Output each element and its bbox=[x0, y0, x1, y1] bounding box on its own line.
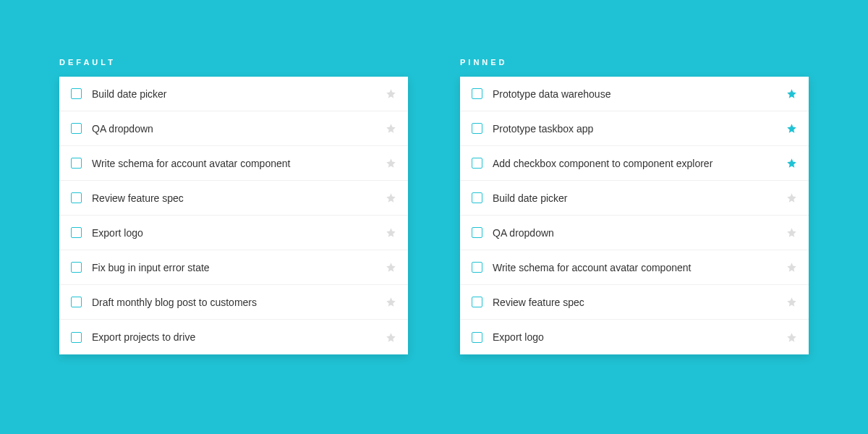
star-icon[interactable] bbox=[386, 123, 396, 134]
star-icon[interactable] bbox=[786, 332, 797, 343]
star-icon[interactable] bbox=[386, 332, 396, 343]
star-icon[interactable] bbox=[386, 158, 396, 169]
task-list-pinned: Prototype data warehouse Prototype taskb… bbox=[460, 77, 809, 354]
checkbox-icon[interactable] bbox=[71, 158, 82, 169]
star-icon[interactable] bbox=[786, 192, 797, 203]
checkbox-icon[interactable] bbox=[472, 227, 482, 238]
checkbox-icon[interactable] bbox=[71, 227, 82, 238]
star-icon[interactable] bbox=[386, 227, 396, 238]
pinned-column: PINNED Prototype data warehouse Prototyp… bbox=[460, 58, 809, 434]
checkbox-icon[interactable] bbox=[71, 88, 82, 99]
star-icon[interactable] bbox=[386, 88, 396, 99]
checkbox-icon[interactable] bbox=[472, 332, 482, 343]
task-label: Draft monthly blog post to customers bbox=[92, 297, 386, 308]
list-item[interactable]: Build date picker bbox=[460, 181, 809, 216]
checkbox-icon[interactable] bbox=[472, 123, 482, 134]
checkbox-icon[interactable] bbox=[71, 192, 82, 203]
list-item[interactable]: Export projects to drive bbox=[59, 320, 408, 354]
task-label: Prototype taskbox app bbox=[493, 123, 786, 135]
checkbox-icon[interactable] bbox=[71, 262, 82, 273]
checkbox-icon[interactable] bbox=[71, 332, 82, 343]
task-label: Write schema for account avatar componen… bbox=[493, 262, 786, 273]
task-label: Build date picker bbox=[92, 88, 386, 100]
star-icon[interactable] bbox=[786, 158, 797, 169]
column-title: DEFAULT bbox=[59, 58, 408, 67]
list-item[interactable]: Review feature spec bbox=[460, 285, 809, 320]
list-item[interactable]: Export logo bbox=[59, 216, 408, 250]
list-item[interactable]: QA dropdown bbox=[460, 216, 809, 250]
task-list-default: Build date picker QA dropdown Write sche… bbox=[59, 77, 408, 354]
checkbox-icon[interactable] bbox=[472, 88, 482, 99]
star-icon[interactable] bbox=[786, 262, 797, 273]
task-label: Review feature spec bbox=[493, 297, 786, 308]
task-label: Write schema for account avatar componen… bbox=[92, 158, 386, 169]
task-label: Fix bug in input error state bbox=[92, 262, 386, 273]
checkbox-icon[interactable] bbox=[71, 297, 82, 307]
task-label: QA dropdown bbox=[92, 123, 386, 135]
star-icon[interactable] bbox=[386, 262, 396, 273]
task-label: Export logo bbox=[92, 227, 386, 239]
task-label: Export projects to drive bbox=[92, 331, 386, 343]
star-icon[interactable] bbox=[786, 297, 797, 307]
list-item[interactable]: Build date picker bbox=[59, 77, 408, 111]
checkbox-icon[interactable] bbox=[71, 123, 82, 134]
default-column: DEFAULT Build date picker QA dropdown Wr… bbox=[59, 58, 408, 434]
star-icon[interactable] bbox=[786, 123, 797, 134]
task-label: Prototype data warehouse bbox=[493, 88, 786, 100]
list-item[interactable]: Write schema for account avatar componen… bbox=[460, 250, 809, 285]
list-item[interactable]: Prototype taskbox app bbox=[460, 111, 809, 146]
list-item[interactable]: Add checkbox component to component expl… bbox=[460, 146, 809, 181]
task-label: Export logo bbox=[493, 331, 786, 343]
checkbox-icon[interactable] bbox=[472, 297, 482, 307]
list-item[interactable]: Fix bug in input error state bbox=[59, 250, 408, 285]
task-label: QA dropdown bbox=[493, 227, 786, 239]
checkbox-icon[interactable] bbox=[472, 192, 482, 203]
checkbox-icon[interactable] bbox=[472, 158, 482, 169]
task-label: Build date picker bbox=[493, 192, 786, 204]
star-icon[interactable] bbox=[386, 297, 396, 307]
list-item[interactable]: Prototype data warehouse bbox=[460, 77, 809, 111]
star-icon[interactable] bbox=[786, 227, 797, 238]
checkbox-icon[interactable] bbox=[472, 262, 482, 273]
list-item[interactable]: Write schema for account avatar componen… bbox=[59, 146, 408, 181]
task-label: Review feature spec bbox=[92, 192, 386, 204]
star-icon[interactable] bbox=[386, 192, 396, 203]
task-label: Add checkbox component to component expl… bbox=[493, 158, 786, 169]
column-title: PINNED bbox=[460, 58, 809, 67]
list-item[interactable]: Review feature spec bbox=[59, 181, 408, 216]
star-icon[interactable] bbox=[786, 88, 797, 99]
list-item[interactable]: Export logo bbox=[460, 320, 809, 354]
list-item[interactable]: Draft monthly blog post to customers bbox=[59, 285, 408, 320]
list-item[interactable]: QA dropdown bbox=[59, 111, 408, 146]
